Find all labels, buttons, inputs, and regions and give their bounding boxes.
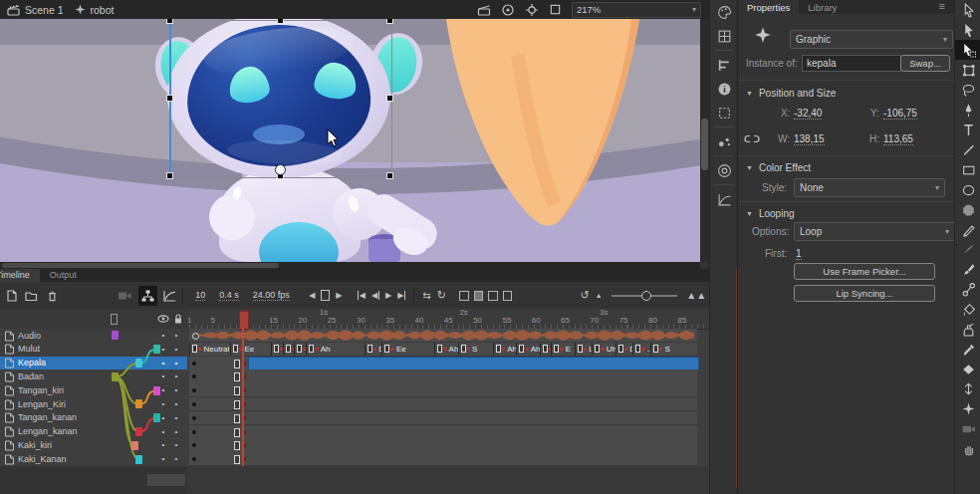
center-stage-icon[interactable]: [525, 3, 539, 17]
mouth-keyframe-ah[interactable]: Ah: [306, 343, 365, 356]
empty-keyframe-marker[interactable]: [234, 400, 240, 409]
ink-bottle-tool[interactable]: [955, 319, 980, 339]
frame-row-kaki_kiri[interactable]: [187, 438, 709, 452]
panel-menu-icon[interactable]: ≡: [939, 0, 945, 12]
onion-skin-icon[interactable]: [459, 291, 469, 301]
mouth-keyframe-m[interactable]: M: [540, 343, 552, 356]
transformation-point[interactable]: [275, 164, 286, 175]
mouth-keyframe-d[interactable]: D: [615, 343, 633, 356]
layer-row-tangan_kiri[interactable]: Tangan_kiri••: [0, 383, 187, 398]
frame-span[interactable]: [189, 357, 697, 370]
mouth-keyframe-...[interactable]: ...: [632, 343, 650, 356]
keyframe-frame1[interactable]: [192, 388, 196, 392]
clip-content-icon[interactable]: [549, 3, 562, 16]
selection-tool[interactable]: [955, 0, 980, 20]
mouth-keyframe-e[interactable]: E: [551, 343, 574, 356]
frame-row-mulut[interactable]: NeutralEeDEeFAhDEeAhSAhAhMELUhD...S: [187, 343, 709, 357]
playhead-marker[interactable]: [239, 311, 249, 330]
stage-horizontal-scrollbar[interactable]: [0, 262, 700, 269]
frame-span[interactable]: NeutralEeDEeFAhDEeAhSAhAhMELUhD...S: [189, 343, 697, 357]
frame-rate-value[interactable]: 24.00 fps: [253, 290, 290, 301]
motion-graph-panel-button[interactable]: [710, 187, 738, 211]
frames-area[interactable]: 1s2s3s1510152025303540455055606570758085…: [187, 309, 709, 466]
y-value[interactable]: -106,75: [883, 108, 917, 120]
bone-tool[interactable]: [955, 279, 980, 299]
onion-skin-outlines-icon[interactable]: [474, 291, 484, 301]
tab-timeline[interactable]: Timeline: [0, 269, 40, 282]
mouth-keyframe-uh[interactable]: Uh: [592, 343, 614, 356]
reset-timeline-zoom-icon[interactable]: ↺: [581, 289, 590, 302]
mouth-keyframe-neutral[interactable]: Neutral: [189, 343, 230, 356]
paint-bucket-tool[interactable]: [955, 299, 980, 319]
mouth-keyframe-f[interactable]: F: [294, 343, 306, 356]
use-frame-picker-button[interactable]: Use Frame Picker...: [794, 263, 935, 280]
mouth-keyframe-d[interactable]: D: [365, 343, 382, 356]
layer-visibility-dot[interactable]: •: [157, 357, 169, 370]
rectangle-tool[interactable]: [955, 159, 980, 179]
mouth-keyframe-l[interactable]: L: [575, 343, 593, 356]
layer-row-mulut[interactable]: Mulut••: [0, 343, 187, 358]
direct-selection-tool[interactable]: [955, 20, 980, 40]
tab-library[interactable]: Library: [799, 0, 846, 14]
mouth-keyframe-s[interactable]: S: [458, 343, 493, 356]
color-palette-panel-button[interactable]: [710, 0, 738, 24]
lasso-tool[interactable]: [955, 80, 980, 100]
rig-block[interactable]: [135, 359, 142, 368]
x-value[interactable]: -32,40: [794, 108, 822, 120]
info-panel-button[interactable]: [710, 77, 738, 101]
visibility-column-eye-icon[interactable]: [156, 312, 170, 326]
rig-block[interactable]: [135, 427, 142, 436]
center-playhead-icon[interactable]: ⇆: [422, 290, 430, 301]
zoom-level-select[interactable]: 217% ▾: [572, 2, 701, 18]
empty-keyframe-marker[interactable]: [234, 428, 240, 437]
frame-row-kaki_kanan[interactable]: [187, 452, 709, 466]
width-tool[interactable]: [955, 378, 980, 398]
lock-column-icon[interactable]: [171, 312, 185, 326]
frame-span[interactable]: [189, 397, 697, 411]
graph-editor-button[interactable]: [162, 289, 177, 303]
modify-markers-icon[interactable]: [503, 291, 513, 301]
layer-row-audio[interactable]: Audio••: [0, 329, 187, 344]
layer-lock-dot[interactable]: •: [170, 411, 182, 424]
clapperboard-icon[interactable]: [477, 3, 491, 17]
layer-lock-dot[interactable]: •: [170, 370, 182, 382]
empty-keyframe-marker[interactable]: [234, 360, 240, 369]
zoom-out-frames-icon[interactable]: ▲: [596, 292, 603, 299]
transform-handle[interactable]: [387, 96, 392, 101]
layer-lock-dot[interactable]: •: [170, 397, 182, 410]
rig-block[interactable]: [112, 331, 119, 340]
frame-row-kepala[interactable]: [187, 357, 709, 370]
lip-syncing-button[interactable]: Lip Syncing...: [794, 285, 935, 302]
empty-keyframe-marker[interactable]: [234, 386, 240, 395]
layer-row-lengan_kanan[interactable]: Lengan_kanan••: [0, 425, 187, 440]
current-frame-value[interactable]: 10: [195, 290, 205, 301]
eyedropper-tool[interactable]: [955, 339, 980, 359]
behavior-dropdown[interactable]: Graphic▾: [790, 30, 953, 49]
mouth-keyframe-s[interactable]: S: [650, 343, 697, 356]
layer-row-lengan_kiri[interactable]: Lengan_Kiri••: [0, 397, 187, 412]
keyframe-frame1[interactable]: [192, 416, 196, 420]
rig-block[interactable]: [153, 345, 160, 354]
previous-frame-icon[interactable]: ◀: [371, 291, 379, 300]
rig-block[interactable]: [112, 372, 119, 381]
layer-row-kaki_kanan[interactable]: Kaki_Kanan••: [0, 452, 187, 467]
camera-tool[interactable]: [955, 418, 980, 438]
hand-tool[interactable]: [955, 438, 980, 458]
transform-handle[interactable]: [387, 173, 392, 178]
loop-options-dropdown[interactable]: Loop▾: [794, 222, 955, 241]
h-value[interactable]: 113,65: [883, 133, 913, 145]
frame-span[interactable]: [189, 425, 697, 439]
layer-lock-dot[interactable]: •: [170, 452, 182, 465]
frame-span[interactable]: [189, 411, 697, 425]
keyframe-frame1[interactable]: [192, 402, 196, 406]
rig-block[interactable]: [135, 455, 142, 464]
mouth-keyframe-d[interactable]: D: [271, 343, 283, 356]
step-back-icon[interactable]: ◀: [309, 291, 315, 300]
selected-frame-range[interactable]: [248, 357, 699, 370]
layer-visibility-dot[interactable]: •: [157, 438, 169, 451]
eraser-tool[interactable]: [955, 359, 980, 378]
keyframe-frame1[interactable]: [192, 443, 196, 447]
subselection-tool[interactable]: [955, 40, 980, 60]
line-tool[interactable]: [955, 139, 980, 159]
stage-paint-icon[interactable]: [501, 3, 515, 17]
